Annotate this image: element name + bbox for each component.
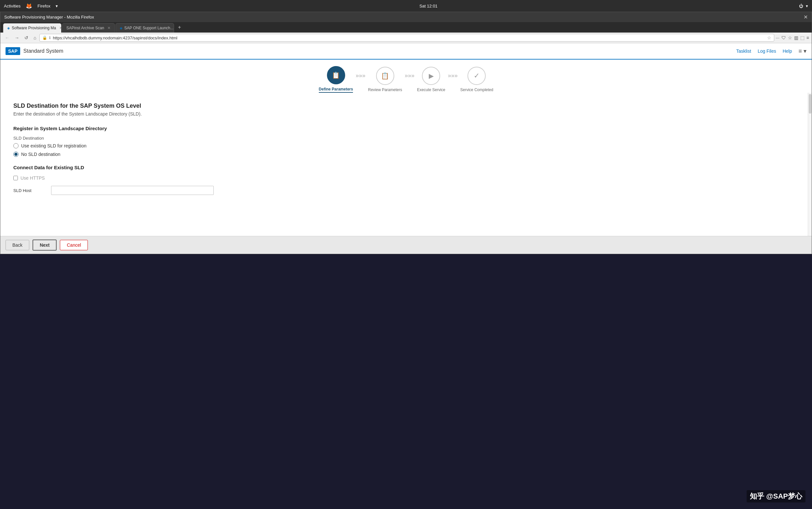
log-files-link[interactable]: Log Files (758, 48, 776, 54)
info-icon: ℹ (49, 35, 51, 40)
step-label-define: Define Parameters (319, 87, 353, 93)
section1-title: Register in System Landscape Directory (13, 126, 795, 131)
sap-tab-icon-3: ◈ (120, 26, 122, 30)
power-icon[interactable]: ⏻ (799, 4, 803, 8)
nav-right-icons: ··· 🛡 ☆ ▥ ⬚ ≡ (776, 35, 809, 40)
hamburger-menu-icon[interactable]: ≡ (807, 35, 809, 40)
star-icon[interactable]: ☆ (788, 35, 792, 40)
sap-logo: SAP (5, 47, 20, 55)
sld-host-label: SLD Host (13, 188, 46, 193)
sap-appbar: SAP Standard System Tasklist Log Files H… (0, 43, 812, 60)
os-topbar-right: ⏻ ▾ (799, 4, 808, 8)
step-arrow-3: »»» (448, 72, 458, 79)
step-icon-review: 📋 (381, 72, 389, 80)
radio-existing-sld[interactable]: Use existing SLD for registration (13, 143, 795, 148)
lock-icon: 🔒 (42, 35, 47, 40)
step-arrow-1: »»» (356, 72, 365, 79)
activities-label[interactable]: Activities (4, 4, 21, 8)
tab-label-2: SAPinst Archive Scan (66, 26, 104, 30)
new-tab-button[interactable]: + (175, 22, 184, 33)
help-link[interactable]: Help (783, 48, 792, 54)
step-circle-review: 📋 (376, 67, 394, 85)
sidebar-icon[interactable]: ⬚ (800, 35, 805, 40)
sld-destination-label: SLD Destination (13, 136, 795, 141)
tab-label-1: Software Provisioning Ma (12, 26, 56, 30)
step-circle-define: 📋 (327, 66, 345, 84)
step-service-completed: ✓ Service Completed (460, 67, 493, 92)
use-https-checkbox-label[interactable]: Use HTTPS (13, 175, 795, 181)
reload-button[interactable]: ↺ (23, 34, 30, 42)
clock: Sat 12:01 (419, 4, 437, 8)
step-circle-execute: ▶ (422, 67, 440, 85)
steps-container: 📋 Define Parameters »»» 📋 Review Paramet… (0, 60, 812, 93)
library-icon[interactable]: ▥ (794, 35, 798, 40)
sap-menu-icon[interactable]: ≡ ▾ (798, 47, 807, 55)
section2-title: Connect Data for Existing SLD (13, 165, 795, 170)
tab-label-3: SAP ONE Support Launch... (124, 26, 173, 30)
step-icon-execute: ▶ (429, 72, 434, 80)
tab-sapinst-archive[interactable]: SAPinst Archive Scan ✕ (62, 23, 115, 33)
main-content: SLD Destination for the SAP System OS Le… (0, 93, 808, 236)
tasklist-link[interactable]: Tasklist (736, 48, 751, 54)
sap-tab-icon-1: ◈ (7, 26, 10, 30)
page-title: SLD Destination for the SAP System OS Le… (13, 103, 795, 109)
address-bar: 🔒 ℹ ☆ (39, 34, 774, 42)
tab-sap-one-support[interactable]: ◈ SAP ONE Support Launch... ✕ (115, 23, 174, 33)
browser-window: Software Provisioning Manager - Mozilla … (0, 12, 812, 254)
sap-nav-links: Tasklist Log Files Help ≡ ▾ (736, 47, 807, 55)
tab-close-1[interactable]: ✕ (59, 26, 62, 30)
browser-dropdown-icon[interactable]: ▾ (56, 4, 58, 8)
step-icon-completed: ✓ (474, 72, 480, 80)
back-button[interactable]: Back (5, 240, 29, 250)
content-wrapper: SLD Destination for the SAP System OS Le… (0, 93, 812, 236)
home-button[interactable]: ⌂ (32, 34, 38, 42)
overflow-menu-icon[interactable]: ··· (776, 35, 779, 40)
use-https-checkbox[interactable] (13, 176, 18, 180)
bottom-bar: Back Next Cancel (0, 236, 812, 254)
page-subtitle: Enter the destination of the System Land… (13, 111, 795, 116)
sap-logo-area: SAP Standard System (5, 47, 64, 55)
browser-menu-label[interactable]: Firefox (37, 4, 50, 8)
radio-input-none[interactable] (13, 152, 19, 157)
os-topbar: Activities 🦊 Firefox ▾ Sat 12:01 ⏻ ▾ (0, 0, 812, 12)
next-button[interactable]: Next (33, 240, 57, 250)
sld-destination-field: SLD Destination Use existing SLD for reg… (13, 136, 795, 157)
step-define-parameters: 📋 Define Parameters (319, 66, 353, 93)
scrollbar[interactable] (808, 93, 812, 236)
forward-nav-button[interactable]: → (13, 34, 21, 42)
nav-bar: ← → ↺ ⌂ 🔒 ℹ ☆ ··· 🛡 ☆ ▥ ⬚ ≡ (0, 33, 812, 43)
sap-app-title: Standard System (24, 48, 64, 54)
use-https-label: Use HTTPS (21, 175, 45, 181)
radio-group-sld: Use existing SLD for registration No SLD… (13, 143, 795, 157)
step-arrow-2: »»» (405, 72, 415, 79)
back-nav-button[interactable]: ← (3, 34, 11, 42)
step-review-parameters: 📋 Review Parameters (368, 67, 402, 92)
browser-title: Software Provisioning Manager - Mozilla … (4, 15, 94, 20)
tab-software-provisioning[interactable]: ◈ Software Provisioning Ma ✕ (3, 23, 62, 33)
bookmark-icon[interactable]: ☆ (767, 35, 771, 40)
system-menu-icon[interactable]: ▾ (806, 4, 808, 8)
tab-bar: ◈ Software Provisioning Ma ✕ SAPinst Arc… (0, 22, 812, 33)
step-label-execute: Execute Service (417, 88, 445, 92)
url-input[interactable] (53, 35, 765, 40)
step-execute-service: ▶ Execute Service (417, 67, 445, 92)
sld-host-row: SLD Host (13, 186, 795, 195)
pocket-icon[interactable]: 🛡 (781, 35, 786, 40)
scrollbar-thumb[interactable] (809, 94, 811, 113)
radio-label-existing: Use existing SLD for registration (21, 143, 86, 148)
radio-no-sld[interactable]: No SLD destination (13, 152, 795, 157)
browser-titlebar: Software Provisioning Manager - Mozilla … (0, 12, 812, 22)
step-label-completed: Service Completed (460, 88, 493, 92)
firefox-icon: 🦊 (26, 3, 32, 9)
close-button[interactable]: ✕ (804, 14, 808, 20)
step-label-review: Review Parameters (368, 88, 402, 92)
step-icon-define: 📋 (332, 71, 340, 79)
cancel-button[interactable]: Cancel (60, 240, 88, 250)
radio-input-existing[interactable] (13, 143, 19, 148)
os-topbar-left: Activities 🦊 Firefox ▾ (4, 3, 58, 9)
tab-close-2[interactable]: ✕ (107, 26, 111, 30)
radio-label-none: No SLD destination (21, 152, 61, 157)
sld-host-input[interactable] (51, 186, 214, 195)
step-circle-completed: ✓ (467, 67, 486, 85)
